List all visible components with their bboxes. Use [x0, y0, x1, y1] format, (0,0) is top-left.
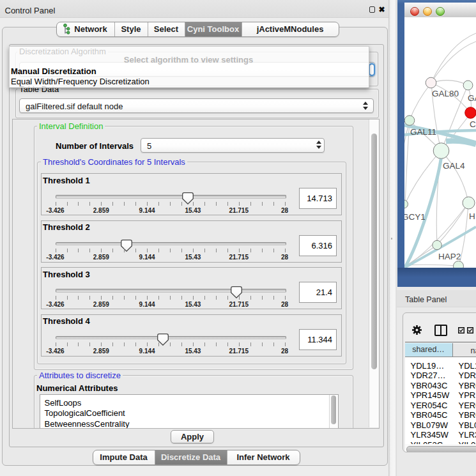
svg-text:GAL4: GAL4 — [443, 161, 465, 171]
svg-text:GA: GA — [468, 93, 476, 103]
svg-text:C: C — [470, 119, 476, 129]
svg-text:GAL80: GAL80 — [432, 89, 459, 98]
svg-text:HAP2: HAP2 — [438, 252, 461, 261]
svg-text:GAL11: GAL11 — [410, 127, 436, 137]
svg-text:GCY1: GCY1 — [404, 212, 426, 222]
svg-text:H: H — [469, 211, 475, 221]
